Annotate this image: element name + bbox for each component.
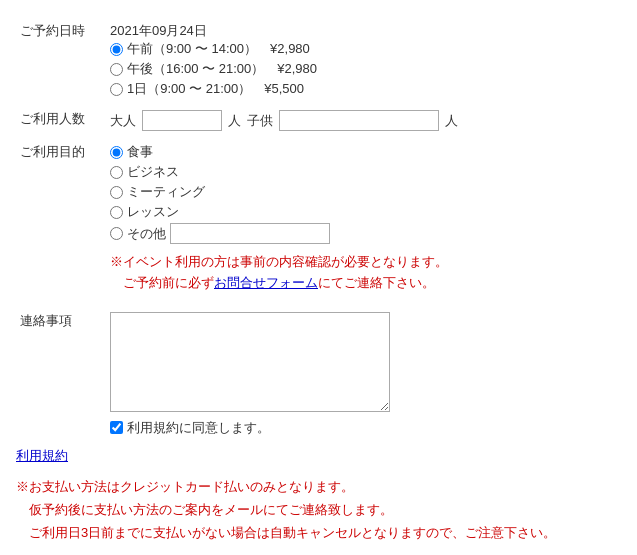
adults-label: 大人 <box>110 112 136 130</box>
notice-prefix: ご予約前に必ず <box>110 275 214 290</box>
purpose-option-dining: 食事 <box>110 143 617 161</box>
notice-suffix: にてご連絡下さい。 <box>318 275 435 290</box>
payment-notice-line: ご利用日3日前までに支払いがない場合は自動キャンセルとなりますので、ご注意下さい… <box>16 521 621 544</box>
date-display: 2021年09月24日 <box>110 22 617 40</box>
purpose-option-other: その他 <box>110 223 617 244</box>
time-label-afternoon: 午後（16:00 〜 21:00） ¥2,980 <box>127 60 317 78</box>
notice-line2: ご予約前に必ずお問合せフォームにてご連絡下さい。 <box>110 273 617 294</box>
datetime-value-cell: 2021年09月24日 午前（9:00 〜 14:00） ¥2,980午後（16… <box>106 16 621 104</box>
payment-notice: ※お支払い方法はクレジットカード払いのみとなります。 仮予約後に支払い方法のご案… <box>16 475 621 545</box>
adults-unit: 人 <box>228 112 241 130</box>
terms-checkbox[interactable] <box>110 421 123 434</box>
time-label-allday: 1日（9:00 〜 21:00） ¥5,500 <box>127 80 304 98</box>
notice-line1: ※イベント利用の方は事前の内容確認が必要となります。 <box>110 252 617 273</box>
purpose-radio-lesson[interactable] <box>110 206 123 219</box>
payment-notice-line: 仮予約後に支払い方法のご案内をメールにてご連絡致します。 <box>16 498 621 521</box>
contact-form-link[interactable]: お問合せフォーム <box>214 275 318 290</box>
purpose-radio-other[interactable] <box>110 227 123 240</box>
purpose-label-lesson: レッスン <box>127 203 179 221</box>
purpose-cell: 食事ビジネスミーティングレッスンその他 ※イベント利用の方は事前の内容確認が必要… <box>106 137 621 306</box>
time-radio-morning[interactable] <box>110 43 123 56</box>
purpose-option-lesson: レッスン <box>110 203 617 221</box>
time-radio-afternoon[interactable] <box>110 63 123 76</box>
terms-checkbox-label: 利用規約に同意します。 <box>127 419 270 437</box>
purpose-label-business: ビジネス <box>127 163 179 181</box>
contact-label: 連絡事項 <box>16 306 106 443</box>
event-notice: ※イベント利用の方は事前の内容確認が必要となります。 ご予約前に必ずお問合せフォ… <box>110 252 617 294</box>
purpose-label-other: その他 <box>127 225 166 243</box>
purpose-radio-business[interactable] <box>110 166 123 179</box>
time-option-afternoon: 午後（16:00 〜 21:00） ¥2,980 <box>110 60 617 78</box>
purpose-option-meeting: ミーティング <box>110 183 617 201</box>
children-label: 子供 <box>247 112 273 130</box>
people-cell: 大人 人 子供 人 <box>106 104 621 137</box>
purpose-radio-dining[interactable] <box>110 146 123 159</box>
purpose-options-group: 食事ビジネスミーティングレッスンその他 <box>110 143 617 244</box>
terms-link[interactable]: 利用規約 <box>16 448 68 463</box>
time-option-morning: 午前（9:00 〜 14:00） ¥2,980 <box>110 40 617 58</box>
datetime-label: ご予約日時 <box>16 16 106 104</box>
time-option-allday: 1日（9:00 〜 21:00） ¥5,500 <box>110 80 617 98</box>
purpose-option-business: ビジネス <box>110 163 617 181</box>
other-purpose-input[interactable] <box>170 223 330 244</box>
children-input[interactable] <box>279 110 439 131</box>
purpose-label-dining: 食事 <box>127 143 153 161</box>
purpose-radio-meeting[interactable] <box>110 186 123 199</box>
time-radio-allday[interactable] <box>110 83 123 96</box>
purpose-label-meeting: ミーティング <box>127 183 205 201</box>
time-label-morning: 午前（9:00 〜 14:00） ¥2,980 <box>127 40 310 58</box>
contact-textarea[interactable] <box>110 312 390 412</box>
purpose-label: ご利用目的 <box>16 137 106 306</box>
contact-cell: 利用規約に同意します。 <box>106 306 621 443</box>
people-label: ご利用人数 <box>16 104 106 137</box>
payment-notice-line: ※お支払い方法はクレジットカード払いのみとなります。 <box>16 475 621 498</box>
time-options-group: 午前（9:00 〜 14:00） ¥2,980午後（16:00 〜 21:00）… <box>110 40 617 98</box>
adults-input[interactable] <box>142 110 222 131</box>
children-unit: 人 <box>445 112 458 130</box>
